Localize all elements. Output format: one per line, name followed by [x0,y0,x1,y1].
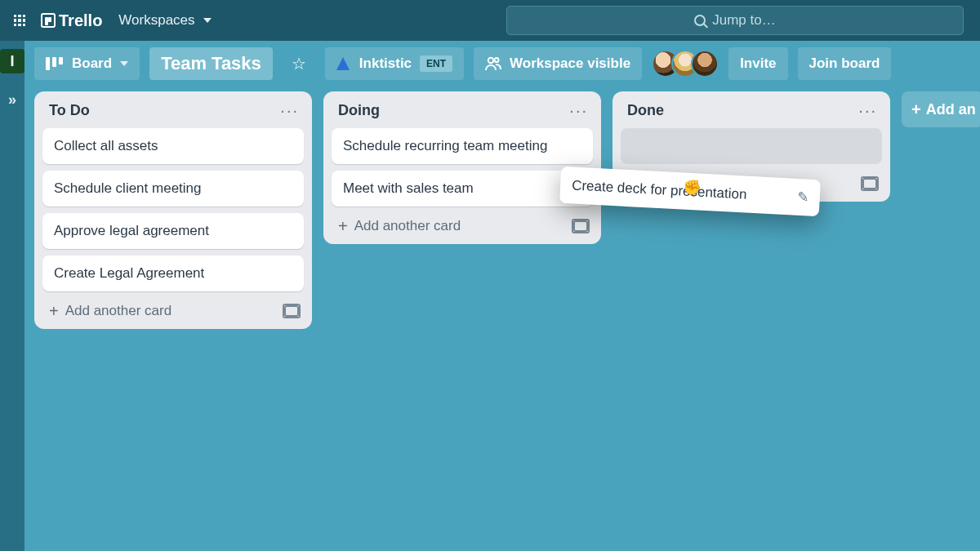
join-label: Join board [809,56,880,72]
card-template-icon[interactable] [284,305,299,317]
member-avatars[interactable] [652,50,719,78]
apps-menu-icon[interactable] [8,9,31,32]
plus-icon: + [911,101,921,118]
list-menu-icon[interactable]: ··· [858,101,877,120]
add-card-button[interactable]: + Add another card [338,218,461,234]
card[interactable]: Approve legal agreement [42,213,304,249]
main-area: I » Board Team Tasks ☆ Inktistic ENT Wor… [0,41,980,551]
workspaces-switcher[interactable]: Workspaces [118,12,211,29]
join-board-button[interactable]: Join board [798,47,892,80]
board-area: Board Team Tasks ☆ Inktistic ENT Workspa… [24,41,980,551]
add-card-label: Add another card [354,218,461,234]
add-list-button[interactable]: + Add an [902,91,980,127]
board-view-label: Board [72,56,112,72]
org-name: Inktistic [359,56,412,72]
left-sidebar: I » [0,41,24,551]
list-doing: Doing ··· Schedule recurring team meetin… [323,91,601,244]
visibility-label: Workspace visible [510,56,630,72]
list-title[interactable]: Done [627,102,664,119]
invite-button[interactable]: Invite [728,47,787,80]
chevron-down-icon [120,61,128,66]
pencil-icon[interactable]: ✎ [796,189,808,207]
chevron-down-icon [203,18,212,23]
card[interactable]: Collect all assets [42,128,304,164]
lists-container: To Do ··· Collect all assets Schedule cl… [24,87,980,551]
list-title[interactable]: Doing [338,102,380,119]
avatar[interactable] [691,50,719,78]
org-tier-tag: ENT [420,56,452,72]
grabbing-cursor-icon: ✊ [683,178,702,197]
expand-sidebar-icon[interactable]: » [8,91,16,109]
plus-icon: + [338,218,348,234]
card[interactable]: Create Legal Agreement [42,256,304,291]
star-board-button[interactable]: ☆ [283,47,315,80]
add-card-label: Add another card [65,303,172,319]
board-icon [46,57,64,70]
top-nav: Trello Workspaces Jump to… [0,0,980,41]
trello-logo[interactable]: Trello [41,11,102,30]
list-title[interactable]: To Do [49,102,90,119]
svg-rect-2 [59,57,63,64]
list-todo: To Do ··· Collect all assets Schedule cl… [34,91,312,329]
invite-label: Invite [740,56,776,72]
plus-icon: + [49,303,59,319]
svg-rect-0 [46,57,50,70]
svg-point-3 [488,58,493,63]
list-menu-icon[interactable]: ··· [569,101,588,120]
list-menu-icon[interactable]: ··· [280,101,299,120]
board-view-switcher[interactable]: Board [34,47,140,80]
search-placeholder: Jump to… [712,12,775,29]
atlassian-logo-icon [336,57,350,70]
add-list-label: Add an [926,101,976,118]
card-template-icon[interactable] [573,220,588,232]
people-icon [485,56,501,71]
workspace-badge[interactable]: I [0,49,24,73]
card-template-icon[interactable] [862,178,877,189]
visibility-button[interactable]: Workspace visible [474,47,642,80]
trello-logo-icon [41,13,56,28]
svg-rect-1 [52,57,56,67]
dragging-card-text: Create deck for presentation [572,177,747,202]
card[interactable]: Schedule recurring team meeting [332,128,593,164]
org-indicator[interactable]: Inktistic ENT [325,47,464,80]
workspaces-label: Workspaces [118,12,194,29]
search-icon [694,15,706,26]
card[interactable]: Meet with sales team [332,171,593,207]
board-name[interactable]: Team Tasks [149,47,273,80]
add-card-button[interactable]: + Add another card [49,303,172,319]
search-input[interactable]: Jump to… [506,6,964,35]
brand-label: Trello [59,11,102,30]
svg-point-4 [495,58,499,62]
card[interactable]: Schedule client meeting [42,171,304,207]
board-header: Board Team Tasks ☆ Inktistic ENT Workspa… [24,41,980,87]
card-drop-placeholder [621,128,882,164]
